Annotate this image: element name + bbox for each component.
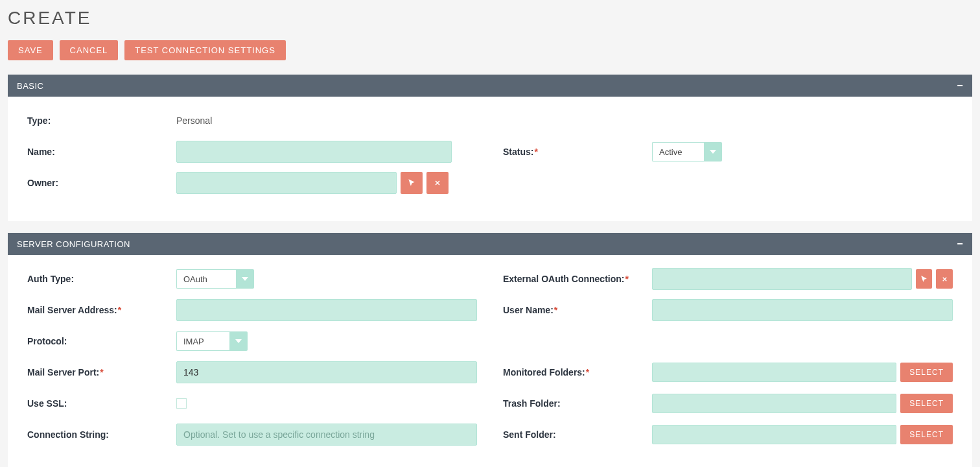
owner-input[interactable] <box>176 172 397 194</box>
action-button-row: SAVE CANCEL TEST CONNECTION SETTINGS <box>8 40 972 60</box>
pointer-icon <box>920 275 928 283</box>
monitored-label: Monitored Folders:* <box>503 367 652 377</box>
chevron-down-icon <box>704 142 722 162</box>
ext-oauth-input[interactable] <box>652 268 912 290</box>
monitored-select-button[interactable]: SELECT <box>900 363 953 382</box>
ext-oauth-pick-button[interactable] <box>916 269 933 289</box>
protocol-value: IMAP <box>176 331 229 351</box>
protocol-label: Protocol: <box>27 336 176 346</box>
ext-oauth-label: External OAuth Connection:* <box>503 274 652 284</box>
server-panel-header[interactable]: SERVER CONFIGURATION − <box>8 233 972 255</box>
owner-label: Owner: <box>27 178 176 188</box>
protocol-select[interactable]: IMAP <box>176 331 248 351</box>
type-value: Personal <box>176 115 212 126</box>
name-label: Name: <box>27 147 176 157</box>
sent-input[interactable] <box>652 425 896 444</box>
close-icon <box>434 179 441 187</box>
trash-label: Trash Folder: <box>503 398 652 409</box>
mail-port-label: Mail Server Port:* <box>27 367 176 377</box>
status-value: Active <box>652 142 704 162</box>
save-button[interactable]: SAVE <box>8 40 53 60</box>
mail-address-label: Mail Server Address:* <box>27 305 176 315</box>
status-select[interactable]: Active <box>652 142 722 162</box>
trash-select-button[interactable]: SELECT <box>900 394 953 413</box>
user-name-label: User Name:* <box>503 305 652 315</box>
chevron-down-icon <box>236 269 254 289</box>
name-input[interactable] <box>176 141 452 163</box>
monitored-input[interactable] <box>652 363 896 382</box>
collapse-icon[interactable]: − <box>957 80 963 91</box>
owner-pick-button[interactable] <box>401 172 423 194</box>
auth-type-label: Auth Type: <box>27 274 176 284</box>
page-title: CREATE <box>8 8 972 29</box>
close-icon <box>941 276 948 283</box>
sent-label: Sent Folder: <box>503 429 652 440</box>
ext-oauth-clear-button[interactable] <box>936 269 953 289</box>
user-name-input[interactable] <box>652 299 953 321</box>
auth-type-select[interactable]: OAuth <box>176 269 254 289</box>
trash-input[interactable] <box>652 394 896 413</box>
type-label: Type: <box>27 115 176 126</box>
status-label: Status:* <box>503 147 652 157</box>
use-ssl-label: Use SSL: <box>27 398 176 409</box>
mail-address-input[interactable] <box>176 299 477 321</box>
pointer-icon <box>407 178 416 187</box>
server-panel-title: SERVER CONFIGURATION <box>17 239 130 249</box>
conn-string-input[interactable] <box>176 424 477 446</box>
mail-port-input[interactable] <box>176 361 477 383</box>
owner-clear-button[interactable] <box>426 172 449 194</box>
conn-string-label: Connection String: <box>27 429 176 440</box>
server-panel: SERVER CONFIGURATION − Auth Type: OAuth <box>8 233 972 467</box>
cancel-button[interactable]: CANCEL <box>60 40 119 60</box>
auth-type-value: OAuth <box>176 269 236 289</box>
sent-select-button[interactable]: SELECT <box>900 425 953 444</box>
collapse-icon[interactable]: − <box>957 238 963 250</box>
basic-panel-header[interactable]: BASIC − <box>8 75 972 97</box>
basic-panel-title: BASIC <box>17 81 44 91</box>
test-connection-button[interactable]: TEST CONNECTION SETTINGS <box>124 40 286 60</box>
basic-panel: BASIC − Type: Personal Name: <box>8 75 972 221</box>
chevron-down-icon <box>229 331 248 351</box>
use-ssl-checkbox[interactable] <box>176 398 187 409</box>
